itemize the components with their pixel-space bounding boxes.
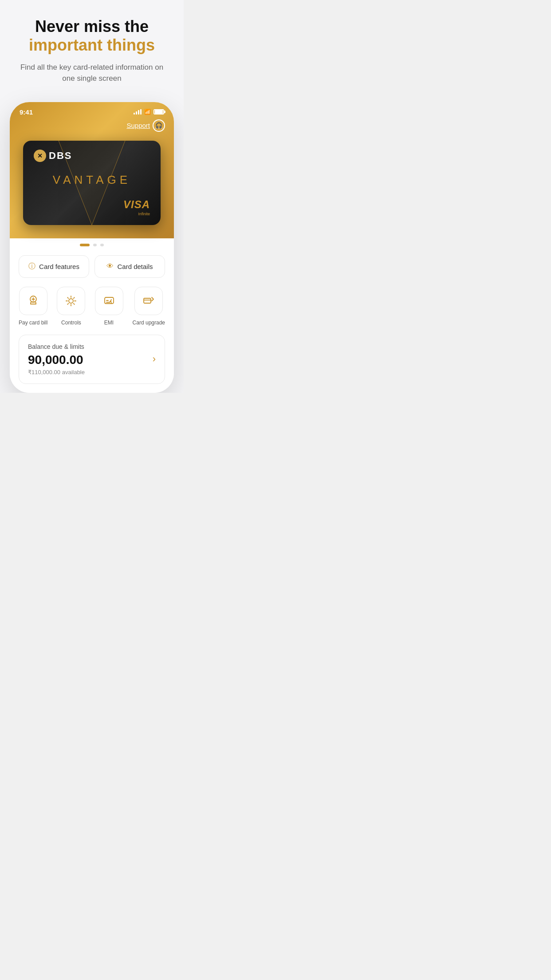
- visa-block: VISA Infinite: [123, 198, 150, 216]
- dbs-symbol-icon: ✕: [34, 150, 46, 162]
- pay-card-bill-icon-box: [19, 287, 47, 315]
- emi-icon-box: [95, 287, 123, 315]
- icon-grid: Pay card bill Controls: [19, 287, 165, 335]
- card-upgrade-label: Card upgrade: [133, 320, 165, 326]
- chevron-right-icon: ›: [153, 353, 156, 365]
- controls-item[interactable]: Controls: [57, 287, 85, 326]
- phone-gold-top: 9:41 📶 Support: [10, 102, 174, 238]
- hero-subtitle: Find all the key card-related informatio…: [13, 62, 170, 84]
- wifi-icon: 📶: [144, 109, 151, 115]
- support-label: Support: [126, 122, 150, 129]
- info-icon: ⓘ: [28, 262, 35, 271]
- balance-content: Balance due & limits 90,000.00 ₹110,000.…: [28, 343, 153, 375]
- page-wrapper: Never miss the important things Find all…: [0, 0, 184, 393]
- card-features-label: Card features: [39, 263, 79, 270]
- emi-icon: [103, 295, 115, 307]
- support-button[interactable]: Support 🎧: [126, 119, 165, 132]
- visa-sub-label: Infinite: [123, 212, 150, 216]
- card-details-label: Card details: [117, 263, 153, 270]
- card-features-button[interactable]: ⓘ Card features: [19, 255, 89, 278]
- phone-mockup: 9:41 📶 Support: [10, 102, 174, 393]
- svg-rect-5: [105, 297, 114, 304]
- white-section: ⓘ Card features 👁 Card details: [10, 238, 174, 393]
- visa-logo: VISA: [123, 198, 150, 211]
- signal-bars-icon: [134, 109, 142, 115]
- pay-card-bill-label: Pay card bill: [19, 320, 47, 326]
- card-product-name: VANTAGE: [34, 173, 150, 187]
- hero-section: Never miss the important things Find all…: [0, 0, 184, 93]
- dbs-logo: ✕ DBS: [34, 150, 72, 162]
- card-content: ✕ DBS VANTAGE VISA Infinite: [23, 141, 161, 225]
- balance-title: Balance due & limits: [28, 343, 153, 350]
- balance-available: ₹110,000.00 available: [28, 369, 153, 375]
- balance-amount: 90,000.00: [28, 353, 153, 367]
- battery-icon: [153, 109, 164, 115]
- status-bar: 9:41 📶: [10, 102, 174, 119]
- headset-icon: 🎧: [153, 119, 165, 132]
- controls-icon: [65, 295, 77, 307]
- hero-title-gold: important things: [13, 36, 170, 55]
- balance-card[interactable]: Balance due & limits 90,000.00 ₹110,000.…: [19, 335, 165, 384]
- dbs-brand-name: DBS: [49, 150, 72, 162]
- support-row: Support 🎧: [10, 119, 174, 136]
- card-upgrade-icon-box: [134, 287, 163, 315]
- pay-card-bill-item[interactable]: Pay card bill: [19, 287, 47, 326]
- credit-card: ✕ DBS VANTAGE VISA Infinite: [23, 141, 161, 225]
- controls-icon-box: [57, 287, 85, 315]
- card-top-row: ✕ DBS: [34, 150, 150, 162]
- card-details-button[interactable]: 👁 Card details: [94, 255, 165, 278]
- card-upgrade-icon: [142, 295, 155, 307]
- svg-rect-6: [144, 298, 151, 303]
- eye-icon: 👁: [106, 262, 114, 270]
- card-bottom-row: VISA Infinite: [34, 198, 150, 216]
- carousel-dots: [19, 238, 165, 255]
- card-upgrade-item[interactable]: Card upgrade: [133, 287, 165, 326]
- pay-card-bill-icon: [27, 295, 39, 307]
- action-buttons-row: ⓘ Card features 👁 Card details: [19, 255, 165, 287]
- status-icons: 📶: [134, 109, 164, 115]
- controls-label: Controls: [61, 320, 81, 326]
- hero-title-black: Never miss the: [13, 18, 170, 36]
- card-area: ✕ DBS VANTAGE VISA Infinite: [10, 136, 174, 238]
- dot-2: [93, 244, 97, 246]
- dot-1: [80, 244, 90, 246]
- emi-item[interactable]: EMI: [95, 287, 123, 326]
- status-time: 9:41: [20, 108, 33, 116]
- emi-label: EMI: [104, 320, 114, 326]
- dot-3: [100, 244, 104, 246]
- svg-point-4: [69, 299, 73, 303]
